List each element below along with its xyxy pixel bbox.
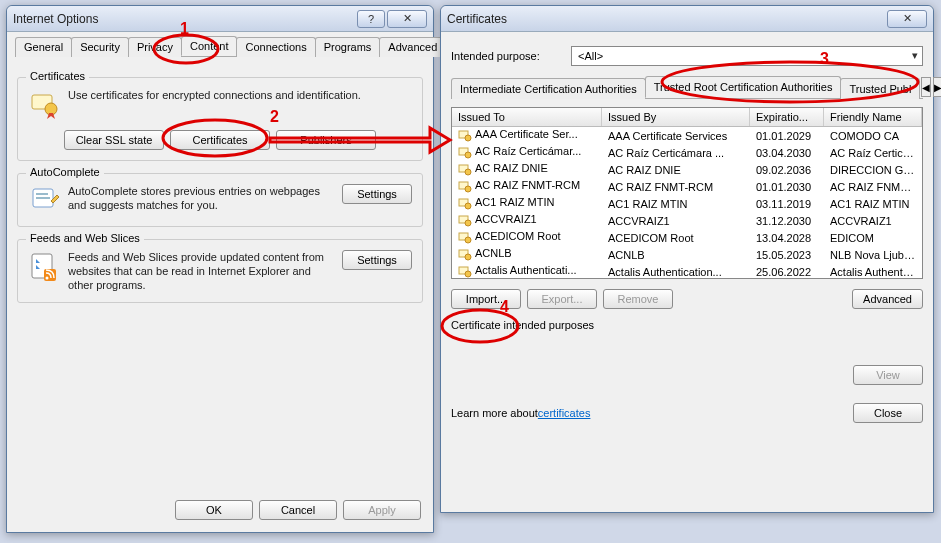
export-button[interactable]: Export... — [527, 289, 597, 309]
tab-connections[interactable]: Connections — [236, 37, 315, 57]
content-pane: Certificates Use certificates for encryp… — [7, 57, 433, 323]
cert-listview: Issued To Issued By Expiratio... Friendl… — [451, 107, 923, 279]
certificate-icon — [458, 248, 472, 262]
tabstrip: General Security Privacy Content Connect… — [15, 36, 425, 57]
autocomplete-group: AutoComplete AutoComplete stores previou… — [17, 173, 423, 227]
svg-point-7 — [46, 277, 49, 280]
table-row[interactable]: AC RAIZ DNIEAC RAIZ DNIE09.02.2036DIRECC… — [452, 161, 922, 178]
certificate-icon — [458, 163, 472, 177]
table-row[interactable]: ACNLBACNLB15.05.2023NLB Nova Ljublja... — [452, 246, 922, 263]
table-row[interactable]: AC Raíz Certicámar...AC Raíz Certicámara… — [452, 144, 922, 161]
certificate-icon — [458, 197, 472, 211]
tab-trusted-root-ca[interactable]: Trusted Root Certification Authorities — [645, 76, 842, 98]
content-pane: Intended purpose: <All> Intermediate Cer… — [441, 32, 933, 431]
table-row[interactable]: Actalis Authenticati...Actalis Authentic… — [452, 263, 922, 278]
svg-point-9 — [465, 135, 471, 141]
learn-more-link[interactable]: certificates — [538, 407, 591, 419]
publishers-button[interactable]: Publishers — [276, 130, 376, 150]
close-button[interactable]: ✕ — [387, 10, 427, 28]
cert-tabstrip: Intermediate Certification Authorities T… — [451, 76, 923, 99]
tab-general[interactable]: General — [15, 37, 72, 57]
group-title: Certificates — [26, 70, 89, 82]
svg-point-17 — [465, 203, 471, 209]
svg-point-11 — [465, 152, 471, 158]
autocomplete-settings-button[interactable]: Settings — [342, 184, 412, 204]
feeds-settings-button[interactable]: Settings — [342, 250, 412, 270]
feeds-text: Feeds and Web Slices provide updated con… — [68, 250, 334, 292]
list-header: Issued To Issued By Expiratio... Friendl… — [452, 108, 922, 127]
col-friendly-name[interactable]: Friendly Name — [824, 108, 922, 126]
svg-point-19 — [465, 220, 471, 226]
certificate-icon — [458, 129, 472, 143]
close-dialog-button[interactable]: Close — [853, 403, 923, 423]
autocomplete-text: AutoComplete stores previous entries on … — [68, 184, 334, 212]
intended-purpose-label: Intended purpose: — [451, 50, 571, 62]
tab-content[interactable]: Content — [181, 36, 238, 56]
window-title: Internet Options — [13, 12, 355, 26]
certificates-button[interactable]: Certificates — [170, 130, 270, 150]
cert-purposes-label: Certificate intended purposes — [451, 319, 923, 331]
import-button[interactable]: Import... — [451, 289, 521, 309]
certificate-icon — [458, 231, 472, 245]
svg-rect-3 — [36, 193, 48, 195]
list-body[interactable]: AAA Certificate Ser...AAA Certificate Se… — [452, 127, 922, 278]
table-row[interactable]: AC1 RAIZ MTINAC1 RAIZ MTIN03.11.2019AC1 … — [452, 195, 922, 212]
svg-point-25 — [465, 271, 471, 277]
feeds-group: Feeds and Web Slices Feeds and Web Slice… — [17, 239, 423, 303]
tab-scroll-right[interactable]: ▶ — [933, 77, 941, 97]
certificate-icon — [28, 88, 60, 120]
tab-scroll-left[interactable]: ◀ — [921, 77, 931, 97]
table-row[interactable]: AC RAIZ FNMT-RCMAC RAIZ FNMT-RCM01.01.20… — [452, 178, 922, 195]
tab-advanced[interactable]: Advanced — [379, 37, 446, 57]
remove-button[interactable]: Remove — [603, 289, 673, 309]
titlebar: Certificates ✕ — [441, 6, 933, 32]
cert-group-text: Use certificates for encrypted connectio… — [68, 88, 412, 102]
svg-rect-4 — [36, 197, 50, 199]
certificates-group: Certificates Use certificates for encryp… — [17, 77, 423, 161]
certificates-window: Certificates ✕ Intended purpose: <All> I… — [440, 5, 934, 513]
group-title: AutoComplete — [26, 166, 104, 178]
learn-more-text: Learn more about — [451, 407, 538, 419]
close-button[interactable]: ✕ — [887, 10, 927, 28]
col-expiration[interactable]: Expiratio... — [750, 108, 824, 126]
advanced-button[interactable]: Advanced — [852, 289, 923, 309]
group-title: Feeds and Web Slices — [26, 232, 144, 244]
tab-security[interactable]: Security — [71, 37, 129, 57]
view-button[interactable]: View — [853, 365, 923, 385]
certificate-icon — [458, 214, 472, 228]
cancel-button[interactable]: Cancel — [259, 500, 337, 520]
intended-purpose-select[interactable]: <All> — [571, 46, 923, 66]
table-row[interactable]: ACEDICOM RootACEDICOM Root13.04.2028EDIC… — [452, 229, 922, 246]
tab-privacy[interactable]: Privacy — [128, 37, 182, 57]
internet-options-window: Internet Options ? ✕ General Security Pr… — [6, 5, 434, 533]
select-value: <All> — [578, 50, 603, 62]
autocomplete-icon — [28, 184, 60, 216]
tab-intermediate-ca[interactable]: Intermediate Certification Authorities — [451, 78, 646, 99]
svg-point-13 — [465, 169, 471, 175]
col-issued-by[interactable]: Issued By — [602, 108, 750, 126]
svg-point-23 — [465, 254, 471, 260]
svg-point-21 — [465, 237, 471, 243]
tab-trusted-publishers[interactable]: Trusted Publ — [840, 78, 920, 99]
tab-programs[interactable]: Programs — [315, 37, 381, 57]
certificate-icon — [458, 180, 472, 194]
certificate-icon — [458, 146, 472, 160]
ok-button[interactable]: OK — [175, 500, 253, 520]
titlebar: Internet Options ? ✕ — [7, 6, 433, 32]
certificate-icon — [458, 265, 472, 278]
clear-ssl-button[interactable]: Clear SSL state — [64, 130, 164, 150]
table-row[interactable]: AAA Certificate Ser...AAA Certificate Se… — [452, 127, 922, 144]
col-issued-to[interactable]: Issued To — [452, 108, 602, 126]
help-button[interactable]: ? — [357, 10, 385, 28]
window-title: Certificates — [447, 12, 885, 26]
table-row[interactable]: ACCVRAIZ1ACCVRAIZ131.12.2030ACCVRAIZ1 — [452, 212, 922, 229]
apply-button[interactable]: Apply — [343, 500, 421, 520]
svg-point-15 — [465, 186, 471, 192]
feeds-icon — [28, 250, 60, 282]
